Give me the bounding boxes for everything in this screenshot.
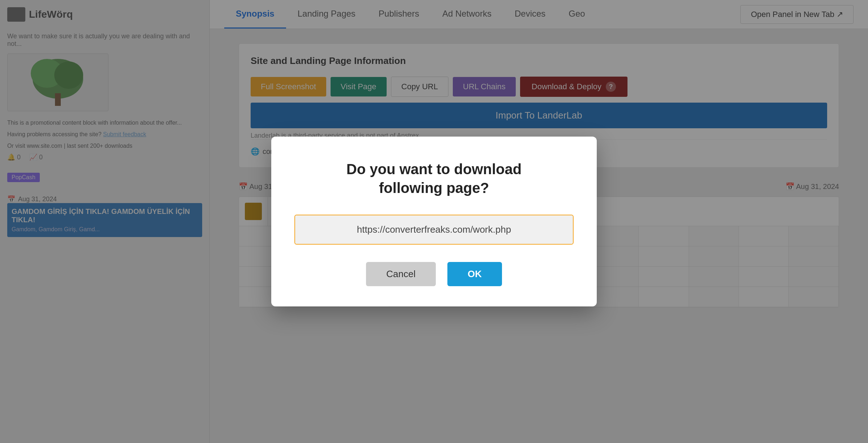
modal-cancel-button[interactable]: Cancel — [366, 262, 436, 286]
modal-buttons: Cancel OK — [294, 262, 574, 286]
modal-ok-button[interactable]: OK — [447, 262, 502, 286]
modal-overlay[interactable]: Do you want to downloadfollowing page? h… — [0, 0, 868, 443]
modal-dialog: Do you want to downloadfollowing page? h… — [271, 137, 597, 306]
modal-title: Do you want to downloadfollowing page? — [294, 160, 574, 197]
modal-url-box: https://converterfreaks.com/work.php — [294, 215, 574, 245]
